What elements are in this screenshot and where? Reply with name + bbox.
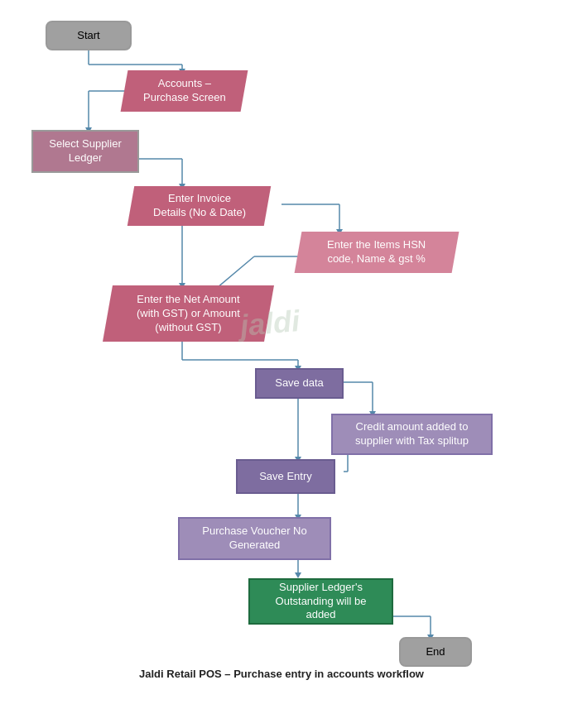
purchase-voucher-node: Purchase Voucher No Generated bbox=[178, 517, 331, 560]
svg-marker-32 bbox=[295, 572, 301, 578]
enter-invoice-node: Enter Invoice Details (No & Date) bbox=[128, 186, 271, 226]
supplier-outstanding-node: Supplier Ledger's Outstanding will be ad… bbox=[248, 578, 393, 625]
start-node: Start bbox=[46, 21, 132, 50]
select-supplier-node: Select Supplier Ledger bbox=[31, 130, 139, 173]
save-entry-node: Save Entry bbox=[236, 459, 335, 494]
enter-hsn-node: Enter the Items HSN code, Name & gst % bbox=[295, 232, 460, 273]
enter-net-amount-node: Enter the Net Amount (with GST) or Amoun… bbox=[103, 285, 274, 342]
save-data-node: Save data bbox=[255, 368, 344, 399]
credit-amount-node: Credit amount added to supplier with Tax… bbox=[331, 414, 493, 455]
flowchart: Start Accounts – Purchase Screen Select … bbox=[0, 0, 563, 695]
end-node: End bbox=[399, 637, 472, 667]
accounts-purchase-node: Accounts – Purchase Screen bbox=[121, 70, 248, 112]
footer-text: Jaldi Retail POS – Purchase entry in acc… bbox=[0, 668, 563, 680]
